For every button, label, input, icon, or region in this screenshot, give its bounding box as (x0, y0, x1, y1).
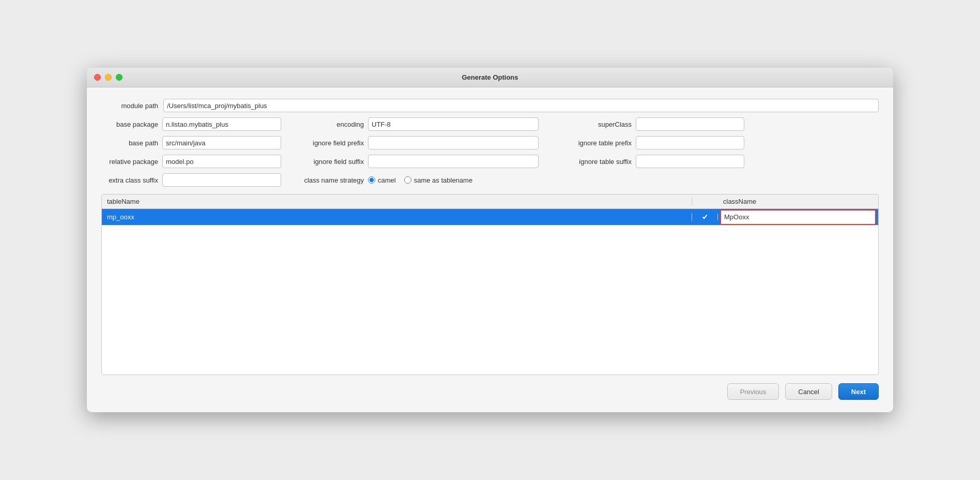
radio-group: camel same as tablename (368, 176, 472, 184)
cancel-button[interactable]: Cancel (785, 383, 832, 400)
extra-class-suffix-label: extra class suffix (101, 176, 158, 184)
same-as-tablename-radio[interactable] (404, 176, 411, 184)
ignore-field-prefix-label: ignore field prefix (297, 139, 364, 147)
td-classname-wrapper (718, 209, 878, 225)
td-tablename: mp_ooxx (102, 213, 692, 221)
window-controls (94, 74, 122, 81)
classname-editing-box (720, 209, 876, 225)
row3: relative package ignore field suffix ign… (101, 155, 879, 168)
main-window: Generate Options module path base packag… (87, 68, 893, 412)
superclass-group: superClass (554, 117, 744, 131)
camel-option[interactable]: camel (368, 176, 396, 184)
maximize-button[interactable] (116, 74, 122, 81)
class-name-strategy-label: class name strategy (297, 176, 364, 184)
minimize-button[interactable] (105, 74, 112, 81)
window-title: Generate Options (462, 73, 518, 81)
row4: extra class suffix class name strategy c… (101, 173, 879, 187)
ignore-field-suffix-label: ignore field suffix (297, 158, 364, 166)
encoding-input[interactable] (368, 117, 539, 131)
relative-package-input[interactable] (162, 155, 281, 168)
base-path-group: base path (101, 136, 281, 149)
encoding-group: encoding (297, 117, 539, 131)
relative-package-label: relative package (101, 158, 158, 166)
ignore-table-prefix-group: ignore table prefix (554, 136, 744, 149)
titlebar: Generate Options (87, 68, 893, 87)
module-path-label: module path (101, 102, 158, 110)
superclass-label: superClass (554, 121, 632, 128)
relative-package-group: relative package (101, 155, 281, 168)
encoding-label: encoding (297, 121, 364, 128)
ignore-table-prefix-input[interactable] (636, 136, 744, 149)
previous-button[interactable]: Previous (727, 383, 779, 400)
ignore-field-suffix-input[interactable] (368, 155, 539, 168)
bottom-bar: Previous Cancel Next (101, 375, 879, 402)
table-body: mp_ooxx (102, 209, 878, 374)
base-package-group: base package (101, 117, 281, 131)
camel-radio[interactable] (368, 176, 375, 184)
th-classname: className (718, 198, 878, 205)
base-path-input[interactable] (162, 136, 281, 149)
row1: base package encoding superClass (101, 117, 879, 131)
ignore-table-suffix-label: ignore table suffix (554, 158, 632, 166)
base-package-input[interactable] (162, 117, 281, 131)
td-checkbox[interactable] (692, 214, 718, 220)
table-row[interactable]: mp_ooxx (102, 209, 878, 226)
row2: base path ignore field prefix ignore tab… (101, 136, 879, 149)
ignore-table-prefix-label: ignore table prefix (554, 139, 632, 147)
th-tablename: tableName (102, 198, 692, 205)
ignore-table-suffix-group: ignore table suffix (554, 155, 744, 168)
module-path-input[interactable] (163, 99, 879, 112)
table-header: tableName className (102, 194, 878, 209)
extra-class-suffix-input[interactable] (162, 173, 281, 187)
same-as-tablename-label: same as tablename (414, 176, 472, 184)
base-path-label: base path (101, 139, 158, 147)
ignore-field-suffix-group: ignore field suffix (297, 155, 539, 168)
table-container: tableName className mp_ooxx (101, 194, 879, 375)
extra-class-suffix-group: extra class suffix (101, 173, 281, 187)
classname-input[interactable] (723, 211, 873, 223)
close-button[interactable] (94, 74, 101, 81)
base-package-label: base package (101, 121, 158, 128)
content-area: module path base package encoding superC… (87, 87, 893, 412)
ignore-table-suffix-input[interactable] (636, 155, 744, 168)
camel-label: camel (378, 176, 396, 184)
module-path-row: module path (101, 99, 879, 112)
next-button[interactable]: Next (838, 383, 879, 400)
same-as-tablename-option[interactable]: same as tablename (404, 176, 472, 184)
class-name-strategy-group: class name strategy camel same as tablen… (297, 176, 472, 184)
row-checkbox[interactable] (701, 214, 708, 220)
ignore-field-prefix-group: ignore field prefix (297, 136, 539, 149)
superclass-input[interactable] (636, 117, 744, 131)
ignore-field-prefix-input[interactable] (368, 136, 539, 149)
